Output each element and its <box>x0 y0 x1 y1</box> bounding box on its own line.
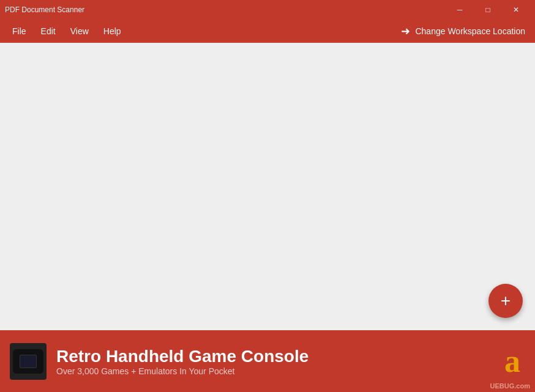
change-workspace-label: Change Workspace Location <box>415 26 525 36</box>
maximize-button[interactable]: □ <box>474 0 502 20</box>
ad-text: Retro Handheld Game Console Over 3,000 G… <box>56 346 495 377</box>
title-bar: PDF Document Scanner ─ □ ✕ <box>0 0 535 20</box>
ad-banner[interactable]: Retro Handheld Game Console Over 3,000 G… <box>0 330 535 392</box>
menu-view[interactable]: View <box>63 23 96 40</box>
app-title: PDF Document Scanner <box>5 6 84 14</box>
uebug-text: UEBUG.com <box>490 382 530 390</box>
ad-image <box>10 343 47 380</box>
menu-help[interactable]: Help <box>96 23 129 40</box>
menu-bar: File Edit View Help ➜ Change Workspace L… <box>0 20 535 43</box>
fab-add-button[interactable]: + <box>488 284 523 318</box>
menu-edit[interactable]: Edit <box>34 23 63 40</box>
menu-right: ➜ Change Workspace Location <box>396 22 530 40</box>
ad-title: Retro Handheld Game Console <box>56 346 495 367</box>
change-workspace-button[interactable]: ➜ Change Workspace Location <box>396 22 530 40</box>
ad-logo: a <box>504 343 520 379</box>
main-content: + <box>0 43 535 330</box>
minimize-button[interactable]: ─ <box>446 0 474 20</box>
ad-watermark: UEBUG.com <box>490 382 530 390</box>
ad-banner-wrapper: Retro Handheld Game Console Over 3,000 G… <box>0 330 535 392</box>
console-icon <box>13 349 43 374</box>
console-screen <box>20 355 37 368</box>
close-button[interactable]: ✕ <box>502 0 530 20</box>
menu-file[interactable]: File <box>5 23 34 40</box>
ad-subtitle: Over 3,000 Games + Emulators In Your Poc… <box>56 366 495 376</box>
arrow-icon: ➜ <box>401 24 410 38</box>
window-controls: ─ □ ✕ <box>446 0 530 20</box>
